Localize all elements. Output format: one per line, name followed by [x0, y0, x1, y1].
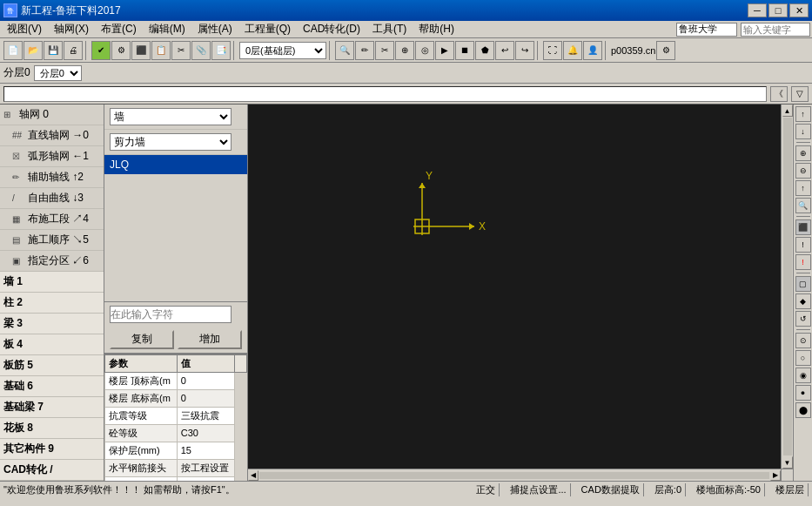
- menu-tools[interactable]: 工具(T): [367, 21, 412, 37]
- tb-btn-10[interactable]: ✂: [375, 41, 394, 60]
- tb-btn-13[interactable]: ▶: [435, 41, 454, 60]
- copy-button[interactable]: 复制: [110, 330, 174, 349]
- rt-btn-2[interactable]: ⊖: [795, 163, 811, 179]
- cp-name-input[interactable]: [110, 306, 232, 323]
- left-item-aux[interactable]: ✏ 辅助轴线 ↑2: [0, 167, 104, 188]
- maximize-button[interactable]: □: [768, 3, 788, 17]
- v-scrollbar[interactable]: ▲ ▼: [781, 105, 793, 469]
- left-item-flower[interactable]: 花板 8: [0, 418, 104, 439]
- rt-btn-3[interactable]: ↑: [795, 180, 811, 196]
- tb-btn-15[interactable]: ⬟: [475, 41, 494, 60]
- tb-btn-19[interactable]: 🔔: [563, 41, 582, 60]
- left-item-cadconv[interactable]: CAD转化 /: [0, 460, 104, 481]
- rt-btn-10[interactable]: ↺: [795, 311, 811, 327]
- tb-btn-18[interactable]: ⛶: [543, 41, 562, 60]
- left-item-beam[interactable]: 梁 3: [0, 314, 104, 334]
- tb-btn-17[interactable]: ↪: [515, 41, 534, 60]
- category-combo[interactable]: 墙: [110, 108, 232, 125]
- print-button[interactable]: 🖨: [64, 41, 83, 60]
- left-item-order[interactable]: ▤ 施工顺序 ↘5: [0, 230, 104, 251]
- rt-arrow-up[interactable]: ↑: [795, 106, 811, 122]
- cmd-option-btn[interactable]: ▽: [791, 86, 809, 102]
- menu-view[interactable]: 视图(V): [2, 21, 47, 37]
- rt-btn-5[interactable]: ⬛: [795, 219, 811, 235]
- rt-btn-1[interactable]: ⊕: [795, 145, 811, 161]
- left-item-other[interactable]: 其它构件 9: [0, 439, 104, 460]
- minimize-button[interactable]: ─: [748, 3, 767, 17]
- left-item-column[interactable]: 柱 2: [0, 293, 104, 314]
- tb-btn-9[interactable]: ✏: [355, 41, 374, 60]
- sublayer-combo[interactable]: 分层0: [34, 65, 82, 81]
- rt-btn-4[interactable]: 🔍: [795, 198, 811, 213]
- left-item-free[interactable]: / 自由曲线 ↓3: [0, 188, 104, 209]
- rt-btn-14[interactable]: ●: [795, 385, 811, 401]
- param-value[interactable]: 0: [177, 372, 234, 389]
- rt-btn-6[interactable]: !: [795, 237, 811, 253]
- new-button[interactable]: 📄: [3, 41, 23, 60]
- left-item-foundation[interactable]: 基础 6: [0, 376, 104, 397]
- rt-btn-8[interactable]: ▢: [795, 276, 811, 292]
- param-value[interactable]: C30: [177, 424, 234, 442]
- keyword-search[interactable]: [741, 23, 810, 37]
- open-button[interactable]: 📂: [23, 41, 43, 60]
- rt-btn-12[interactable]: ○: [795, 350, 811, 366]
- layer-combo[interactable]: 0层(基础层): [239, 42, 326, 59]
- menu-layout[interactable]: 布置(C): [96, 21, 142, 37]
- menu-cad[interactable]: CAD转化(D): [298, 21, 366, 37]
- close-button[interactable]: ✕: [789, 3, 809, 17]
- rt-btn-13[interactable]: ◉: [795, 368, 811, 383]
- left-item-zone[interactable]: ▣ 指定分区 ↙6: [0, 251, 104, 272]
- param-value[interactable]: 三级抗震: [177, 407, 234, 424]
- rt-btn-15[interactable]: ⬤: [795, 402, 811, 418]
- rt-arrow-down[interactable]: ↓: [795, 124, 811, 139]
- left-item-wall[interactable]: 墙 1: [0, 272, 104, 293]
- left-item-grid[interactable]: ⊞ 轴网 0: [0, 105, 104, 125]
- tb-btn-4[interactable]: 📋: [151, 41, 171, 60]
- tb-btn-21[interactable]: ⚙: [656, 41, 675, 60]
- canvas-scroll-right[interactable]: ▶: [770, 470, 781, 481]
- cmd-filter-btn[interactable]: 《: [770, 86, 788, 102]
- tb-btn-8[interactable]: 🔍: [335, 41, 354, 60]
- canvas-scroll-left[interactable]: ◀: [248, 470, 258, 481]
- type-combo[interactable]: 剪力墙: [110, 133, 232, 151]
- param-value[interactable]: 按工程设置: [177, 459, 234, 476]
- tb-btn-5[interactable]: ✂: [171, 41, 191, 60]
- command-input[interactable]: [3, 86, 767, 102]
- param-value[interactable]: 0: [177, 389, 234, 407]
- tb-btn-7[interactable]: 📑: [211, 41, 231, 60]
- param-value[interactable]: 15: [177, 442, 234, 459]
- menu-help[interactable]: 帮助(H): [413, 21, 460, 37]
- scroll-up-btn[interactable]: ▲: [782, 105, 793, 117]
- h-scrollbar-canvas[interactable]: ◀ ▶: [248, 469, 781, 481]
- left-item-construct[interactable]: ▦ 布施工段 ↗4: [0, 209, 104, 230]
- scroll-down-btn[interactable]: ▼: [782, 456, 793, 469]
- tb-btn-1[interactable]: ✔: [91, 41, 111, 60]
- tb-btn-14[interactable]: ⏹: [455, 41, 474, 60]
- tb-btn-16[interactable]: ↩: [495, 41, 514, 60]
- save-button[interactable]: 💾: [44, 41, 63, 60]
- menu-quantity[interactable]: 工程量(Q): [239, 21, 296, 37]
- tb-btn-11[interactable]: ⊕: [395, 41, 414, 60]
- tb-btn-2[interactable]: ⚙: [111, 41, 131, 60]
- status-snap[interactable]: 捕捉点设置...: [507, 483, 570, 496]
- cp-list-item-jlq[interactable]: JLQ: [104, 155, 247, 174]
- tb-btn-20[interactable]: 👤: [583, 41, 602, 60]
- menu-edit[interactable]: 编辑(M): [144, 21, 191, 37]
- left-item-slab[interactable]: 板 4: [0, 334, 104, 355]
- rt-btn-9[interactable]: ◆: [795, 293, 811, 309]
- tb-btn-12[interactable]: ◎: [415, 41, 434, 60]
- menu-grid[interactable]: 轴网(X): [49, 21, 94, 37]
- left-item-rebar[interactable]: 板筋 5: [0, 355, 104, 376]
- tb-btn-6[interactable]: 📎: [191, 41, 211, 60]
- tb-btn-3[interactable]: ⬛: [131, 41, 151, 60]
- left-item-linegrid[interactable]: ## 直线轴网 →0: [0, 125, 104, 146]
- left-item-arcgrid[interactable]: ☒ 弧形轴网 ←1: [0, 146, 104, 167]
- param-value[interactable]: 按工程设置: [177, 476, 234, 481]
- rt-btn-7[interactable]: !: [795, 254, 811, 270]
- menu-property[interactable]: 属性(A): [192, 21, 238, 37]
- school-search[interactable]: [676, 23, 737, 37]
- left-item-fbeam[interactable]: 基础梁 7: [0, 397, 104, 418]
- canvas-area[interactable]: X Y ▲ ▼ ◀ ▶: [248, 105, 793, 481]
- add-button[interactable]: 增加: [178, 330, 242, 349]
- rt-btn-11[interactable]: ⊙: [795, 333, 811, 348]
